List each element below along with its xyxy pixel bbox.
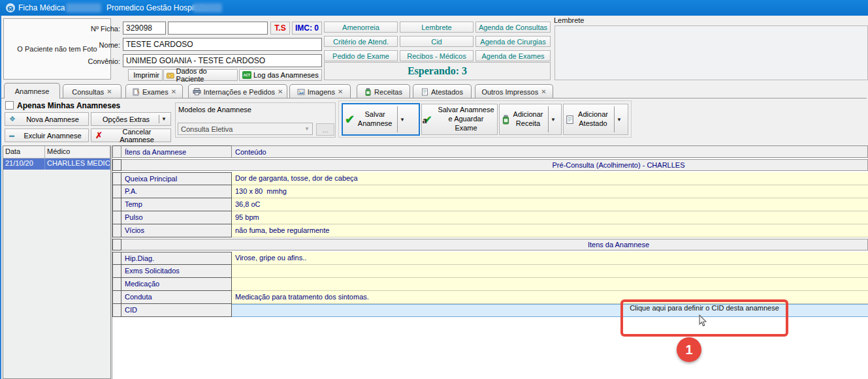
grid-row-vicios[interactable]: Vícios não fuma, bebe regularmente [112, 224, 868, 237]
ficha-extra-input[interactable] [168, 22, 268, 35]
checkmark-a-icon: ✔a [424, 114, 437, 125]
nome-input[interactable] [123, 38, 322, 51]
tab-atestados[interactable]: Atestados [413, 84, 472, 99]
ts-button[interactable]: T.S [270, 22, 290, 35]
row-gutter [112, 239, 121, 250]
section-title: Pré-Consulta (Acolhimento) - CHARLLES [121, 159, 868, 171]
chevron-down-icon[interactable]: ▼ [551, 117, 556, 123]
section-title: Itens da Anamnese [121, 239, 868, 250]
tab-close-icon[interactable]: ✕ [541, 88, 546, 95]
button-separator [159, 115, 159, 123]
imprimir-button[interactable]: Imprimir [128, 69, 163, 81]
anamnese-grid: Ítens da Anamnese Conteúdo Pré-Consulta … [112, 145, 868, 379]
section-row: Itens da Anamnese [112, 239, 868, 250]
tab-receitas[interactable]: Receitas [357, 84, 410, 99]
imc-button[interactable]: IMC: 0 [292, 22, 322, 35]
tab-close-icon[interactable]: ✕ [171, 88, 176, 95]
new-anamnese-icon: ❖ [9, 115, 21, 123]
tab-close-icon[interactable]: ✕ [106, 88, 112, 95]
button-separator [614, 106, 615, 132]
cid-button[interactable]: Cid [400, 36, 474, 47]
column-header-conteudo[interactable]: Conteúdo [232, 145, 868, 158]
exames-icon [132, 88, 140, 96]
modelos-ellipsis-button[interactable]: ... [316, 123, 334, 136]
tab-close-icon[interactable]: ✕ [278, 88, 283, 95]
lembrete-panel[interactable] [555, 25, 868, 80]
agenda-exames-button[interactable]: Agenda de Exames [475, 50, 551, 61]
convenio-label: Convênio: [73, 57, 120, 65]
step-badge: 1 [677, 337, 701, 362]
history-header: Data Médico [3, 146, 110, 159]
convenio-input[interactable] [123, 54, 322, 67]
button-separator [548, 106, 549, 132]
esperando-status: Esperando: 3 [324, 62, 551, 80]
recibos-medicos-button[interactable]: Recibos - Médicos [400, 50, 474, 61]
grid-row-pa[interactable]: P.A. 130 x 80 mmhg [112, 185, 868, 198]
apenas-minhas-label: Apenas Minhas Anamneses [17, 101, 120, 110]
patient-data-icon [167, 72, 174, 79]
chevron-down-icon[interactable]: ▼ [617, 117, 622, 123]
grid-row-temp[interactable]: Temp 36,8 oC [112, 198, 868, 211]
chevron-down-icon[interactable]: ▼ [161, 116, 167, 122]
dados-paciente-button[interactable]: Dados do Paciente [163, 69, 238, 81]
column-header-itens[interactable]: Ítens da Anamnese [121, 145, 232, 158]
ficha-input[interactable] [123, 22, 166, 35]
title-bar: Ficha Médica Promedico Gestão Hospitalar [0, 0, 868, 16]
opcoes-extras-button[interactable]: Opções Extras ▼ [91, 112, 171, 126]
log-anamneses-button[interactable]: ACT Log das Anamneses [239, 69, 322, 81]
tab-exames[interactable]: Exames✕ [125, 84, 183, 99]
pedido-exame-button[interactable]: Pedido de Exame [324, 50, 398, 61]
cancelar-anamnese-button[interactable]: ✗ Cancelar Anamnese [91, 129, 171, 142]
salvar-aguardar-exame-button[interactable]: ✔a Salvar Anamnese e Aguardar Exame [421, 104, 498, 135]
chevron-down-icon: ▼ [304, 126, 310, 132]
grid-row-exms[interactable]: Exms Solicitados [112, 265, 868, 278]
grid-row-medicacao[interactable]: Medicação [112, 278, 868, 291]
redacted-text [66, 3, 101, 12]
agenda-cirurgias-button[interactable]: Agenda de Cirurgias [475, 36, 551, 47]
excluir-anamnese-button[interactable]: ▬ Excluir Anamnese [5, 129, 89, 142]
adicionar-atestado-button[interactable]: Adicionar Atestado ▼ [563, 104, 628, 135]
window-title: Ficha Médica [18, 3, 65, 12]
tab-outros-impressos[interactable]: Outros Impressos✕ [475, 84, 553, 99]
nova-anamnese-button[interactable]: ❖ Nova Anamnese [5, 112, 89, 126]
tab-anamnese[interactable]: Anamnese [4, 83, 60, 99]
tab-consultas[interactable]: Consultas✕ [63, 84, 121, 99]
modelos-combobox-value: Consulta Eletiva [181, 125, 233, 133]
apenas-minhas-checkbox[interactable] [5, 101, 14, 110]
tab-internacoes[interactable]: Internações e Pedidos✕ [188, 84, 287, 99]
minus-icon: ▬ [9, 132, 21, 138]
agenda-consultas-button[interactable]: Agenda de Consultas [475, 22, 551, 33]
cancel-icon: ✗ [95, 130, 107, 140]
log-anamneses-label: Log das Anamneses [253, 71, 319, 79]
cid-hint-text[interactable]: Clique aqui para definir o CID desta ana… [624, 304, 784, 312]
receita-icon [502, 115, 510, 125]
grid-row-queixa[interactable]: Queixa Principal Dor de garganta, tosse,… [112, 172, 868, 185]
history-row-selected[interactable]: 21/10/20 CHARLLES MEDICO [3, 159, 110, 170]
adicionar-receita-button[interactable]: Adicionar Receita ▼ [499, 104, 562, 135]
tab-close-icon[interactable]: ✕ [338, 88, 343, 95]
row-gutter [112, 145, 121, 158]
lembrete-button[interactable]: Lembrete [400, 22, 474, 33]
ficha-label: Nº Ficha: [78, 25, 120, 33]
modelos-combobox[interactable]: Consulta Eletiva ▼ [178, 123, 313, 135]
printer-icon [193, 88, 201, 95]
grid-row-pulso[interactable]: Pulso 95 bpm [112, 211, 868, 224]
dados-paciente-label: Dados do Paciente [176, 67, 234, 83]
tab-imagens[interactable]: Imagens✕ [289, 84, 351, 99]
imprimir-label: Imprimir [133, 71, 159, 79]
amenorreia-button[interactable]: Amenorreia [324, 22, 398, 33]
redacted-text [193, 3, 222, 12]
cursor-icon [698, 314, 707, 327]
log-icon: ACT [242, 71, 251, 79]
column-header-medico[interactable]: Médico [45, 146, 110, 159]
anamnese-history-table: Data Médico 21/10/20 CHARLLES MEDICO [3, 145, 111, 379]
salvar-anamnese-button[interactable]: ✔ Salvar Anamnese ▼ [342, 103, 420, 136]
criterio-atend-button[interactable]: Critério de Atend. [324, 36, 398, 47]
column-header-data[interactable]: Data [3, 146, 45, 159]
receitas-icon [364, 88, 372, 96]
ts-label: T.S [274, 23, 285, 33]
imagens-icon [297, 88, 305, 96]
section-row: Pré-Consulta (Acolhimento) - CHARLLES [112, 159, 868, 171]
chevron-down-icon[interactable]: ▼ [400, 117, 405, 123]
grid-row-hipdiag[interactable]: Hip.Diag. Virose, gripe ou afins.. [112, 252, 868, 265]
